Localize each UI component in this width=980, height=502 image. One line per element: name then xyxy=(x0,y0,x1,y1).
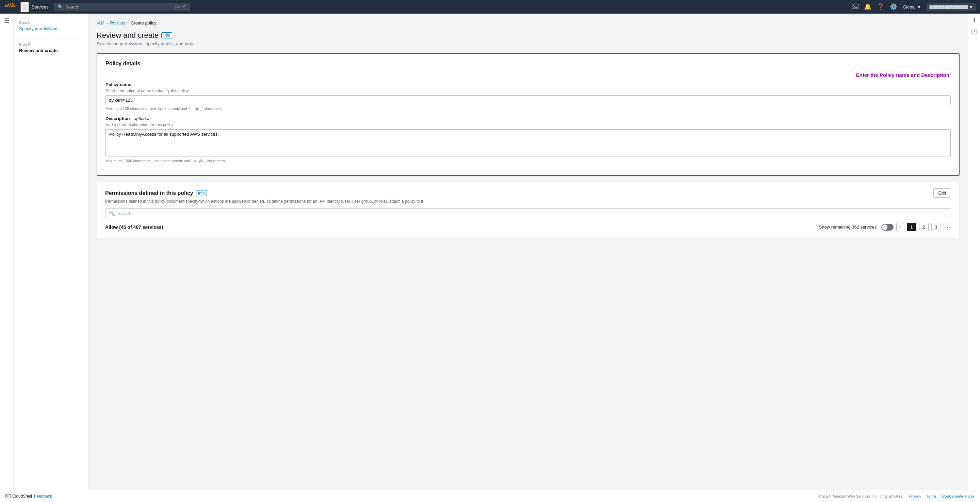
policy-name-hint: Maximum 128 characters. Use alphanumeric… xyxy=(105,106,951,111)
search-box: 🔍 [Alt+S] xyxy=(54,3,190,11)
policy-name-input[interactable] xyxy=(105,95,951,105)
breadcrumb: IAM › Policies › Create policy xyxy=(97,21,959,25)
aws-logo[interactable] xyxy=(4,3,16,11)
prev-page-btn[interactable]: ‹ xyxy=(896,223,904,231)
edit-button[interactable]: Edit xyxy=(933,188,951,198)
privacy-link[interactable]: Privacy xyxy=(909,494,921,498)
cloudshell-icon[interactable] xyxy=(852,3,859,11)
breadcrumb-iam[interactable]: IAM xyxy=(97,21,105,25)
right-panel: ℹ 🕐 xyxy=(968,14,980,490)
policy-details-card: Policy details Enter the Policy name and… xyxy=(97,53,959,176)
search-nav-icon: 🔍 xyxy=(58,5,63,10)
services-label[interactable]: Services xyxy=(32,5,49,10)
copyright: © 2024, Amazon Web Services, Inc. or its… xyxy=(818,494,903,498)
allow-label: Allow (45 of 407 services) xyxy=(105,224,163,230)
region-selector[interactable]: Global ▼ xyxy=(903,5,921,10)
page-info-link[interactable]: Info xyxy=(161,32,172,38)
footer: CloudShell Feedback © 2024, Amazon Web S… xyxy=(0,490,980,502)
page-2-btn[interactable]: 2 xyxy=(919,223,929,231)
main-content: IAM › Policies › Create policy Review an… xyxy=(89,14,968,490)
svg-rect-0 xyxy=(852,4,858,9)
policy-name-label: Policy name xyxy=(105,82,951,87)
feedback-link[interactable]: Feedback xyxy=(34,494,52,499)
allow-row: Allow (45 of 407 services) Show remainin… xyxy=(105,223,951,231)
policy-desc-field: Description - optional Add a short expla… xyxy=(105,116,951,163)
permissions-search-input[interactable] xyxy=(118,211,947,216)
help-icon[interactable]: ❓ xyxy=(877,4,885,10)
breadcrumb-sep-2: › xyxy=(127,21,129,25)
policy-desc-sublabel: Add a short explanation for this policy. xyxy=(105,122,951,127)
search-shortcut: [Alt+S] xyxy=(175,5,186,9)
page-title: Review and create xyxy=(97,31,159,40)
permissions-search-box: 🔍 xyxy=(105,208,951,218)
footer-left: CloudShell Feedback xyxy=(5,494,52,499)
next-page-btn[interactable]: › xyxy=(943,223,951,231)
page-header: Review and create Info Review the permis… xyxy=(97,31,959,46)
settings-icon[interactable]: ⚙️ xyxy=(890,4,897,10)
right-info-icon[interactable]: ℹ xyxy=(973,17,975,24)
cookie-link[interactable]: Cookie preferences xyxy=(942,494,975,498)
sidebar-toggle: ☰ xyxy=(0,14,14,490)
nav-icons: 🔔 ❓ ⚙️ Global ▼ ▓▓▓▓▓▓▓▓▓▓▓▓▓ ▼ xyxy=(852,3,976,11)
step-2: Step 2 Review and create xyxy=(19,43,83,53)
right-clock-icon[interactable]: 🕐 xyxy=(971,28,978,35)
step-1-number: Step 1 xyxy=(19,21,83,24)
policy-name-field: Policy name Enter a meaningful name to i… xyxy=(105,82,951,111)
policy-desc-textarea[interactable] xyxy=(105,129,951,156)
footer-right: © 2024, Amazon Web Services, Inc. or its… xyxy=(818,494,975,498)
search-icon: 🔍 xyxy=(109,211,115,216)
top-navigation: ⊞ Services 🔍 [Alt+S] 🔔 ❓ ⚙️ Global ▼ ▓▓▓… xyxy=(0,0,980,14)
toggle-knob xyxy=(882,224,888,230)
bell-icon[interactable]: 🔔 xyxy=(864,4,872,10)
policy-desc-label: Description - optional xyxy=(105,116,951,121)
toggle-label: Show remaining 362 services xyxy=(819,224,877,230)
permissions-title: Permissions defined in this policy xyxy=(105,190,193,196)
step-1: Step 1 Specify permissions xyxy=(19,21,83,31)
policy-details-title: Policy details xyxy=(105,60,951,67)
page-3-btn[interactable]: 3 xyxy=(931,223,941,231)
app-body: ☰ Step 1 Specify permissions Step 2 Revi… xyxy=(0,14,980,490)
cloudshell-footer[interactable]: CloudShell xyxy=(5,494,32,499)
page-title-row: Review and create Info xyxy=(97,31,959,40)
page-subtitle: Review the permissions, specify details,… xyxy=(97,41,959,46)
step-2-label: Review and create xyxy=(19,48,83,53)
breadcrumb-policies[interactable]: Policies xyxy=(110,21,125,25)
permissions-title-row: Permissions defined in this policy Info xyxy=(105,190,207,196)
policy-callout: Enter the Policy name and Description. xyxy=(105,72,951,78)
breadcrumb-current: Create policy xyxy=(130,21,156,25)
cloudshell-footer-icon xyxy=(5,494,11,499)
menu-icon[interactable]: ☰ xyxy=(4,17,10,24)
pagination-row: Show remaining 362 services ‹ 1 2 3 › xyxy=(819,223,951,231)
svg-rect-1 xyxy=(6,494,11,498)
step-2-number: Step 2 xyxy=(19,43,83,47)
steps-panel: Step 1 Specify permissions Step 2 Review… xyxy=(14,14,89,490)
page-1-btn[interactable]: 1 xyxy=(907,223,916,231)
breadcrumb-sep-1: › xyxy=(107,21,108,25)
search-input[interactable] xyxy=(65,5,173,10)
policy-desc-hint: Maximum 1,000 characters. Use alphanumer… xyxy=(105,159,951,163)
permissions-card: Permissions defined in this policy Info … xyxy=(97,181,959,238)
policy-name-sublabel: Enter a meaningful name to identify this… xyxy=(105,89,951,93)
step-1-link[interactable]: Specify permissions xyxy=(19,26,59,31)
permissions-info-link[interactable]: Info xyxy=(196,190,207,196)
permissions-desc: Permissions defined in this policy docum… xyxy=(105,199,951,204)
terms-link[interactable]: Terms xyxy=(927,494,937,498)
grid-icon[interactable]: ⊞ xyxy=(21,2,29,12)
account-selector[interactable]: ▓▓▓▓▓▓▓▓▓▓▓▓▓ ▼ xyxy=(927,3,976,11)
permissions-header: Permissions defined in this policy Info … xyxy=(105,188,951,198)
show-remaining-toggle[interactable] xyxy=(881,224,894,230)
